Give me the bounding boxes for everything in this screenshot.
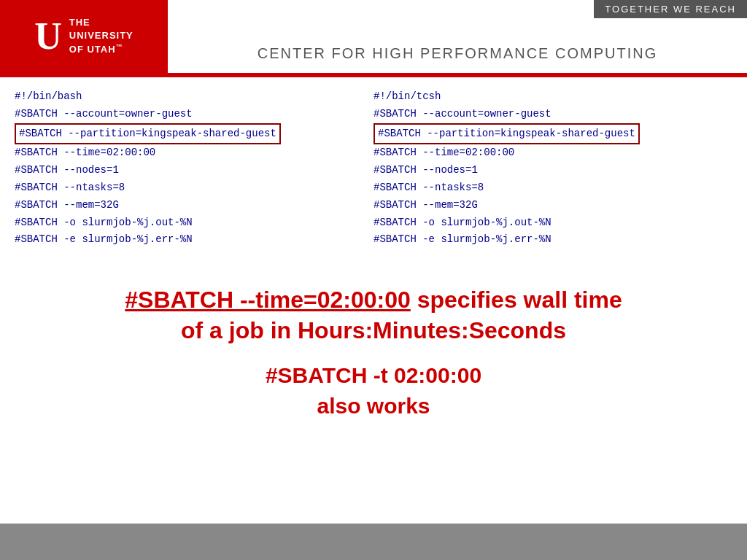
main-content: #!/bin/bash#SBATCH --account=owner-guest… — [0, 77, 747, 524]
code-line: #SBATCH --ntasks=8 — [15, 179, 359, 197]
footer — [0, 524, 747, 560]
code-line: #SBATCH --partition=kingspeak-shared-gue… — [15, 123, 281, 145]
sbatch-time-underlined: #SBATCH --time=02:00:00 — [125, 287, 411, 313]
right-code-column: #!/bin/tcsh#SBATCH --account=owner-guest… — [374, 88, 732, 249]
explanation-alt-text: #SBATCH -t 02:00:00 also works — [15, 360, 732, 421]
code-line: #SBATCH --time=02:00:00 — [15, 144, 359, 162]
header: U THE UNIVERSITY OF UTAH™ TOGETHER WE RE… — [0, 0, 747, 73]
explanation-main-text: #SBATCH --time=02:00:00 specifies wall t… — [15, 285, 732, 346]
university-u-logo: U — [34, 18, 62, 55]
code-columns: #!/bin/bash#SBATCH --account=owner-guest… — [15, 88, 732, 249]
code-line: #!/bin/tcsh — [374, 88, 718, 106]
code-line: #SBATCH --mem=32G — [374, 197, 718, 214]
code-line: #SBATCH --time=02:00:00 — [374, 144, 718, 162]
logo-line3: OF UTAH™ — [69, 42, 133, 57]
explanation-area: #SBATCH --time=02:00:00 specifies wall t… — [15, 271, 732, 421]
code-line: #SBATCH -o slurmjob-%j.out-%N — [15, 214, 359, 232]
university-name: THE UNIVERSITY OF UTAH™ — [69, 16, 133, 57]
together-we-reach-banner: TOGETHER WE REACH — [594, 0, 747, 18]
code-line: #SBATCH --account=owner-guest — [374, 106, 718, 123]
explanation-line2: of a job in Hours:Minutes:Seconds — [181, 317, 566, 343]
code-line: #SBATCH -e slurmjob-%j.err-%N — [374, 231, 718, 249]
code-line: #SBATCH --nodes=1 — [374, 162, 718, 179]
code-line: #SBATCH --mem=32G — [15, 197, 359, 214]
code-line: #!/bin/bash — [15, 88, 359, 106]
code-line: #SBATCH --account=owner-guest — [15, 106, 359, 123]
alt-line2: also works — [317, 394, 430, 418]
explanation-rest: specifies wall time — [411, 287, 622, 313]
code-line: #SBATCH -e slurmjob-%j.err-%N — [15, 231, 359, 249]
code-line: #SBATCH --ntasks=8 — [374, 179, 718, 197]
logo-line2: UNIVERSITY — [69, 29, 133, 42]
left-code-column: #!/bin/bash#SBATCH --account=owner-guest… — [15, 88, 374, 249]
code-line: #SBATCH --partition=kingspeak-shared-gue… — [374, 123, 640, 145]
code-line: #SBATCH --nodes=1 — [15, 162, 359, 179]
alt-line1: #SBATCH -t 02:00:00 — [266, 363, 481, 387]
code-line: #SBATCH -o slurmjob-%j.out-%N — [374, 214, 718, 232]
center-title-area: TOGETHER WE REACH CENTER FOR HIGH PERFOR… — [168, 0, 747, 73]
center-title: CENTER FOR HIGH PERFORMANCE COMPUTING — [182, 45, 732, 62]
logo-area: U THE UNIVERSITY OF UTAH™ — [0, 0, 168, 73]
logo-line1: THE — [69, 16, 133, 29]
